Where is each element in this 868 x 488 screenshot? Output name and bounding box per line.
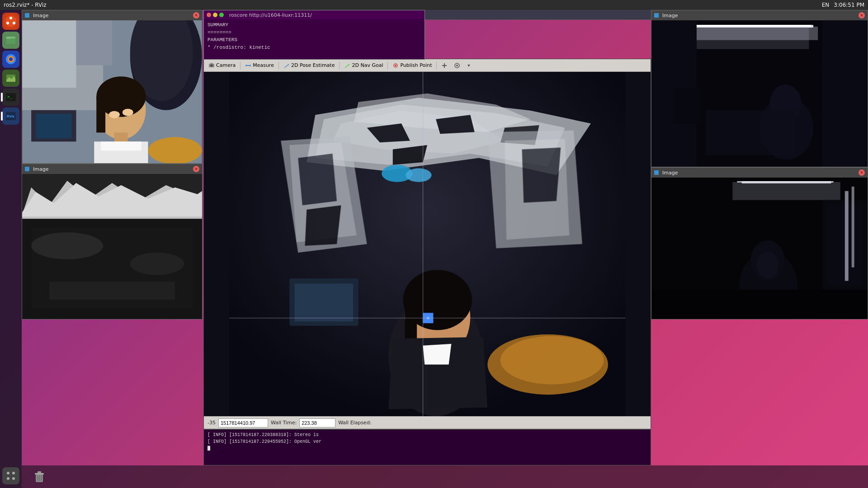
add-tool[interactable] <box>439 61 450 70</box>
terminal-titlebar: roscore http://u1604-liuxr:11311/ <box>204 10 425 19</box>
nav-goal-label: 2D Nav Goal <box>352 62 383 68</box>
log-cursor: █ <box>208 445 647 452</box>
svg-rect-111 <box>732 182 840 200</box>
svg-rect-36 <box>101 141 141 150</box>
pose-estimate-icon <box>283 62 290 69</box>
svg-point-3 <box>13 22 15 24</box>
svg-rect-6 <box>6 37 11 39</box>
terminal-icon[interactable]: >_ <box>2 89 19 106</box>
svg-point-32 <box>123 109 133 116</box>
trash-svg <box>32 469 47 484</box>
svg-rect-23 <box>76 20 112 65</box>
svg-rect-114 <box>845 191 849 281</box>
svg-rect-22 <box>22 20 76 88</box>
close-button-br[interactable]: ✕ <box>859 169 865 176</box>
taskbar-right: EN 3:06:51 PM <box>822 2 864 8</box>
image-titlebar-br: Image ✕ <box>651 168 868 178</box>
log-line-1: [ INFO] [1517814187.220388319]: Stereo i… <box>208 432 647 438</box>
image-content-tr <box>651 20 868 167</box>
close-button-bl[interactable]: ✕ <box>193 166 199 172</box>
publish-point-tool[interactable]: Publish Point <box>390 61 434 70</box>
wall-elapsed-label: Wall Elapsed: <box>338 420 371 426</box>
toolbar-sep-4 <box>387 61 388 70</box>
image-window-bottom-left: Image ✕ <box>22 164 203 319</box>
taskbar-bottom <box>22 465 868 488</box>
svg-rect-45 <box>49 282 175 300</box>
image-content-tl <box>22 20 202 163</box>
svg-point-43 <box>31 232 103 259</box>
terminal-line-4: PARAMETERS <box>208 36 421 44</box>
svg-rect-34 <box>36 114 71 139</box>
svg-point-60 <box>456 65 458 66</box>
settings-tool[interactable] <box>451 61 463 70</box>
svg-point-16 <box>7 472 9 474</box>
svg-text:RViz: RViz <box>7 114 14 118</box>
image-window-top-left: Image ✕ <box>22 10 203 164</box>
publish-point-label: Publish Point <box>400 62 432 68</box>
camera-tool[interactable]: Camera <box>206 61 238 70</box>
camera-feed-br <box>651 178 868 319</box>
svg-rect-115 <box>852 187 854 267</box>
image-title-br: Image <box>662 170 678 176</box>
svg-rect-83 <box>405 300 417 343</box>
more-apps-icon[interactable] <box>2 467 19 484</box>
rviz-statusbar: -35 Wall Time: Wall Elapsed: <box>204 416 651 429</box>
toolbar-sep-3 <box>339 61 340 70</box>
wall-time-label: Wall Time: <box>271 420 297 426</box>
svg-point-44 <box>130 253 184 275</box>
close-button-tr[interactable]: ✕ <box>859 12 865 19</box>
measure-tool[interactable]: Measure <box>242 61 277 70</box>
add-icon <box>441 62 448 69</box>
terminal-line-2: ======== <box>208 29 421 37</box>
image-window-top-right: Image ✕ <box>651 10 868 167</box>
firefox-icon[interactable] <box>2 51 19 68</box>
camera-icon <box>208 62 215 69</box>
log-line-2: [ INFO] [1517814187.220455952]: OpenGL v… <box>208 438 647 445</box>
svg-marker-75 <box>305 205 341 246</box>
svg-point-118 <box>756 252 779 279</box>
image-viewer-icon[interactable] <box>2 70 19 87</box>
svg-rect-103 <box>674 88 701 124</box>
close-button-tl[interactable]: ✕ <box>193 12 199 19</box>
dropdown-tool[interactable] <box>464 62 474 69</box>
svg-point-18 <box>7 477 9 480</box>
terminal-minimize-dot[interactable] <box>213 13 217 17</box>
nav-goal-icon <box>344 62 350 69</box>
files-icon[interactable] <box>2 32 19 49</box>
elapsed-input[interactable] <box>299 418 335 427</box>
nav-goal-tool[interactable]: 2D Nav Goal <box>341 61 386 70</box>
window-title: ros2.rviz* - RViz <box>4 2 47 8</box>
measure-label: Measure <box>253 62 274 68</box>
rviz-icon[interactable]: RViz <box>2 108 19 125</box>
svg-point-31 <box>109 111 120 118</box>
terminal-close-dot[interactable] <box>207 13 211 17</box>
svg-rect-48 <box>211 63 212 64</box>
image-title-bl: Image <box>33 166 48 172</box>
camera-feed-tr <box>651 20 868 167</box>
measure-icon <box>245 62 251 69</box>
svg-point-9 <box>9 57 13 61</box>
trash-icon[interactable] <box>31 468 48 485</box>
pointcloud-scene <box>204 72 651 416</box>
svg-rect-122 <box>38 471 41 474</box>
svg-rect-104 <box>822 65 859 119</box>
system-time: 3:06:51 PM <box>834 2 864 8</box>
svg-marker-62 <box>467 65 470 67</box>
terminal-title: roscore http://u1604-liuxr:11311/ <box>229 12 312 18</box>
toolbar-sep-2 <box>278 61 279 70</box>
keyboard-layout: EN <box>822 2 830 8</box>
terminal-roscore: roscore http://u1604-liuxr:11311/ SUMMAR… <box>203 10 425 60</box>
toolbar-sep-5 <box>436 61 437 70</box>
rviz-scene[interactable] <box>204 72 651 416</box>
pose-estimate-tool[interactable]: 2D Pose Estimate <box>281 61 338 70</box>
image-title-tr: Image <box>662 13 678 19</box>
image-title-tl: Image <box>33 13 48 19</box>
ubuntu-icon[interactable] <box>2 13 19 30</box>
terminal-maximize-dot[interactable] <box>219 13 224 17</box>
camera-label: Camera <box>216 62 236 68</box>
terminal-body: SUMMARY ======== PARAMETERS * /rosdistro… <box>204 19 425 53</box>
time-input[interactable] <box>218 418 268 427</box>
svg-point-47 <box>211 64 213 66</box>
sidebar: >_ RViz <box>0 10 22 488</box>
svg-point-2 <box>6 22 9 24</box>
